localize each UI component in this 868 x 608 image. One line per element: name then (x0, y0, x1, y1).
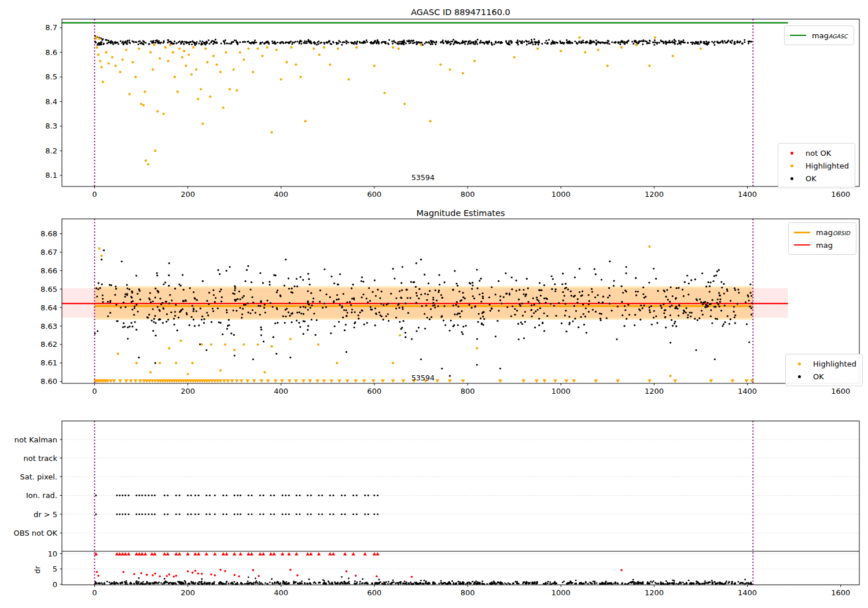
legend-item-highlighted: Highlighted (790, 357, 856, 370)
figure: 020040060080010001200140016008.18.28.38.… (0, 0, 868, 608)
svg-text:8.2: 8.2 (45, 146, 57, 155)
svg-text:10: 10 (47, 550, 57, 558)
svg-text:1000: 1000 (551, 387, 571, 395)
legend-label: magAGASC (812, 31, 848, 40)
svg-text:600: 600 (367, 588, 382, 597)
svg-text:1600: 1600 (831, 190, 850, 199)
svg-text:8.3: 8.3 (45, 122, 57, 130)
svg-text:1600: 1600 (831, 588, 850, 597)
ok-dot-swatch (783, 177, 800, 180)
svg-text:8.4: 8.4 (45, 97, 57, 106)
not-ok-dot-swatch (783, 152, 800, 155)
svg-text:800: 800 (461, 190, 475, 199)
legend-item-ok: OK (790, 370, 856, 383)
svg-text:OBS not OK: OBS not OK (14, 529, 58, 537)
legend-label: OK (806, 174, 816, 183)
svg-text:Sat. pixel.: Sat. pixel. (20, 473, 57, 481)
svg-text:200: 200 (181, 387, 195, 395)
plot2-marker-legend: Highlighted OK (785, 354, 863, 386)
plot1-line-legend: magAGASC (784, 25, 854, 45)
mag-obsid-line-swatch (793, 232, 811, 233)
plot1-series-Highlighted (94, 36, 702, 166)
svg-text:8.61: 8.61 (41, 358, 57, 367)
svg-text:400: 400 (274, 588, 288, 597)
ok-dot-swatch (790, 375, 808, 378)
svg-text:Ion. rad.: Ion. rad. (26, 491, 57, 500)
legend-label: not OK (806, 149, 831, 158)
plot1-marker-legend: not OK Highlighted OK (778, 143, 855, 188)
plot2-annotation: 53594 (411, 373, 435, 382)
svg-text:1600: 1600 (831, 387, 850, 395)
svg-text:8.5: 8.5 (45, 72, 57, 81)
svg-text:400: 400 (274, 190, 288, 199)
plot3-series-dr-clipped-10 (94, 552, 380, 555)
svg-text:1400: 1400 (738, 387, 757, 395)
svg-text:1400: 1400 (738, 588, 757, 597)
plot3-series-flag-dr5 (95, 514, 378, 515)
svg-text:8.7: 8.7 (45, 23, 57, 32)
plot2-line-legend: magOBSID mag (788, 222, 856, 255)
svg-text:0: 0 (92, 190, 97, 199)
legend-label: Highlighted (813, 360, 856, 368)
svg-text:800: 800 (461, 387, 475, 395)
highlighted-dot-swatch (790, 362, 808, 365)
svg-text:8.65: 8.65 (41, 285, 57, 294)
svg-text:8.67: 8.67 (41, 248, 57, 257)
plot1: 020040060080010001200140016008.18.28.38.… (45, 19, 859, 199)
mag-line-swatch (793, 244, 811, 246)
svg-text:1000: 1000 (551, 588, 571, 597)
svg-text:8.66: 8.66 (41, 266, 57, 275)
plot3-series-dr-ok (94, 576, 752, 585)
legend-label: magOBSID (816, 228, 850, 237)
svg-text:8.1: 8.1 (45, 171, 57, 180)
legend-item-ok: OK (783, 172, 849, 185)
svg-text:800: 800 (461, 588, 475, 597)
plot3: 02004006008001000120014001600not Kalmann… (14, 421, 860, 597)
legend-item-not-ok: not OK (783, 146, 849, 159)
svg-text:dr > 5: dr > 5 (34, 510, 57, 519)
svg-text:200: 200 (181, 190, 195, 199)
plot2-title: Magnitude Estimates (416, 208, 505, 218)
plot3-ylabel: dr (33, 566, 42, 574)
plot1-series-OK (94, 35, 753, 46)
svg-text:0: 0 (92, 588, 97, 597)
svg-text:not Kalman: not Kalman (14, 435, 57, 444)
legend-item-mag-agasc: magAGASC (789, 29, 848, 42)
svg-text:1200: 1200 (645, 588, 664, 597)
svg-text:8.60: 8.60 (41, 377, 57, 386)
legend-label: Highlighted (806, 162, 849, 170)
svg-text:600: 600 (367, 387, 382, 395)
svg-text:1200: 1200 (645, 190, 664, 199)
svg-text:5: 5 (53, 565, 57, 573)
svg-text:8.64: 8.64 (41, 303, 57, 312)
plot1-title: AGASC ID 889471160.0 (411, 8, 510, 17)
plot2: 020040060080010001200140016008.608.618.6… (41, 219, 859, 395)
legend-label: OK (813, 372, 824, 381)
svg-text:8.6: 8.6 (45, 48, 57, 57)
svg-text:400: 400 (274, 387, 288, 395)
plots-canvas: 020040060080010001200140016008.18.28.38.… (0, 0, 868, 608)
svg-text:8.68: 8.68 (41, 229, 57, 238)
plot3-series-flag-ion-rad (95, 495, 378, 496)
mag-agasc-line-swatch (789, 35, 807, 36)
svg-text:0: 0 (92, 387, 97, 395)
svg-text:600: 600 (367, 190, 382, 199)
plot3-series-dr-not-ok (96, 569, 623, 578)
legend-item-mag: mag (793, 239, 850, 251)
svg-text:8.62: 8.62 (41, 340, 57, 349)
legend-label: mag (816, 241, 833, 250)
svg-text:0: 0 (53, 580, 57, 589)
legend-item-mag-obsid: magOBSID (793, 226, 850, 239)
highlighted-dot-swatch (783, 164, 800, 167)
svg-text:8.63: 8.63 (41, 322, 57, 331)
svg-text:not track: not track (23, 454, 57, 463)
plot1-annotation: 53594 (411, 173, 435, 182)
svg-text:1000: 1000 (551, 190, 571, 199)
svg-text:1200: 1200 (645, 387, 664, 395)
svg-text:200: 200 (181, 588, 195, 597)
legend-item-highlighted: Highlighted (783, 159, 849, 172)
svg-text:1400: 1400 (738, 190, 757, 199)
